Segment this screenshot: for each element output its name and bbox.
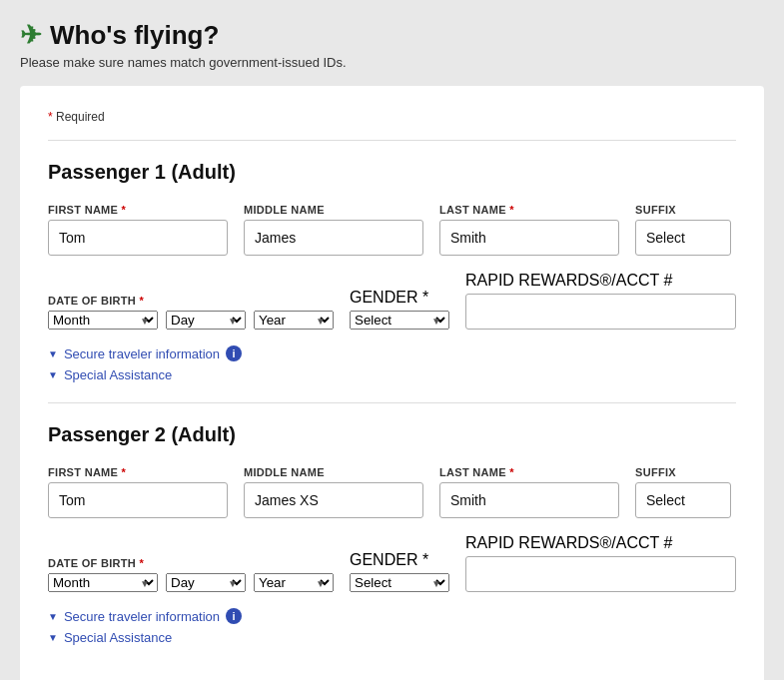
passenger2-firstname-input[interactable] <box>48 482 228 518</box>
passenger2-day-select[interactable]: Day 12 <box>166 573 246 592</box>
passenger2-month-wrapper: Month January February March <box>48 573 158 592</box>
passenger2-lastname-group: LAST NAME * <box>439 466 619 518</box>
passenger2-year-wrapper: Year 20001990 <box>254 573 334 592</box>
passenger1-title: Passenger 1 (Adult) <box>48 161 736 184</box>
passenger2-suffix-label: SUFFIX <box>635 466 731 478</box>
passenger2-month-select[interactable]: Month January February March <box>48 573 158 592</box>
passenger1-suffix-select[interactable]: Select Jr. Sr. II III <box>635 220 731 256</box>
passenger1-gender-wrapper: Select Male Female <box>350 311 449 330</box>
passenger2-rapid-label: RAPID REWARDS®/ACCT # <box>465 534 736 552</box>
passenger2-suffix-group: SUFFIX Select Jr. Sr. II III <box>635 466 731 518</box>
form-card: * Required Passenger 1 (Adult) FIRST NAM… <box>20 86 764 680</box>
passenger2-rapid-input[interactable] <box>465 556 736 592</box>
passenger2-name-row: FIRST NAME * MIDDLE NAME LAST NAME * SUF… <box>48 466 736 518</box>
passenger1-dob-row: DATE OF BIRTH * Month January February M… <box>48 272 736 330</box>
passenger2-gender-group: GENDER * Select Male Female <box>350 551 449 592</box>
passenger2-dob-row: DATE OF BIRTH * Month January February M… <box>48 534 736 592</box>
passenger2-firstname-label: FIRST NAME * <box>48 466 228 478</box>
passenger1-special-assistance-link[interactable]: ▼ Special Assistance <box>48 367 736 382</box>
passenger1-secure-traveler-link[interactable]: ▼ Secure traveler information i <box>48 345 736 361</box>
passenger2-middlename-label: MIDDLE NAME <box>244 466 423 478</box>
passenger1-dob-label: DATE OF BIRTH * <box>48 295 334 307</box>
passenger1-suffix-wrapper: Select Jr. Sr. II III <box>635 220 731 256</box>
passenger1-rapid-input[interactable] <box>465 294 736 330</box>
passenger1-middlename-label: MIDDLE NAME <box>244 204 423 216</box>
passenger1-collapse-links: ▼ Secure traveler information i ▼ Specia… <box>48 345 736 382</box>
passenger2-section: Passenger 2 (Adult) FIRST NAME * MIDDLE … <box>48 402 736 645</box>
passenger1-suffix-group: SUFFIX Select Jr. Sr. II III <box>635 204 731 256</box>
passenger1-suffix-label: SUFFIX <box>635 204 731 216</box>
page-subtitle: Please make sure names match government-… <box>20 55 764 70</box>
passenger1-year-wrapper: Year 200019901980 <box>254 311 334 330</box>
passenger2-gender-label: GENDER * <box>350 551 449 569</box>
page-header: ✈ Who's flying? Please make sure names m… <box>20 20 764 70</box>
passenger1-rapid-label: RAPID REWARDS®/ACCT # <box>465 272 736 290</box>
passenger2-secure-chevron-icon: ▼ <box>48 611 58 622</box>
passenger2-middlename-input[interactable] <box>244 482 423 518</box>
passenger2-rapid-group: RAPID REWARDS®/ACCT # <box>465 534 736 592</box>
passenger2-year-select[interactable]: Year 20001990 <box>254 573 334 592</box>
passenger1-dob-inputs: Month January February March April May J… <box>48 311 334 330</box>
passenger1-name-row: FIRST NAME * MIDDLE NAME LAST NAME * SUF… <box>48 204 736 256</box>
passenger1-info-icon[interactable]: i <box>226 345 242 361</box>
passenger2-title: Passenger 2 (Adult) <box>48 423 736 446</box>
passenger1-dob-group: DATE OF BIRTH * Month January February M… <box>48 295 334 330</box>
passenger1-middlename-input[interactable] <box>244 220 423 256</box>
passenger2-lastname-label: LAST NAME * <box>439 466 619 478</box>
passenger2-special-assistance-link[interactable]: ▼ Special Assistance <box>48 630 736 645</box>
passenger1-month-wrapper: Month January February March April May J… <box>48 311 158 330</box>
passenger1-secure-chevron-icon: ▼ <box>48 348 58 359</box>
passenger2-suffix-select[interactable]: Select Jr. Sr. II III <box>635 482 731 518</box>
page-title: ✈ Who's flying? <box>20 20 764 51</box>
passenger2-lastname-input[interactable] <box>439 482 619 518</box>
passenger1-lastname-label: LAST NAME * <box>439 204 619 216</box>
passenger1-lastname-group: LAST NAME * <box>439 204 619 256</box>
passenger2-firstname-group: FIRST NAME * <box>48 466 228 518</box>
passenger1-day-wrapper: Day 123 <box>166 311 246 330</box>
passenger2-info-icon[interactable]: i <box>226 608 242 624</box>
passenger2-dob-label: DATE OF BIRTH * <box>48 557 334 569</box>
passenger1-gender-group: GENDER * Select Male Female <box>350 289 449 330</box>
passenger1-gender-label: GENDER * <box>350 289 449 307</box>
passenger2-dob-group: DATE OF BIRTH * Month January February M… <box>48 557 334 592</box>
passenger2-gender-select[interactable]: Select Male Female <box>350 573 449 592</box>
passenger2-assistance-chevron-icon: ▼ <box>48 632 58 643</box>
passenger1-year-select[interactable]: Year 200019901980 <box>254 311 334 330</box>
passenger1-firstname-input[interactable] <box>48 220 228 256</box>
passenger2-suffix-wrapper: Select Jr. Sr. II III <box>635 482 731 518</box>
passenger1-gender-select[interactable]: Select Male Female <box>350 311 449 330</box>
plane-icon: ✈ <box>20 20 42 51</box>
passenger1-middlename-group: MIDDLE NAME <box>244 204 423 256</box>
passenger1-rapid-group: RAPID REWARDS®/ACCT # <box>465 272 736 330</box>
passenger2-middlename-group: MIDDLE NAME <box>244 466 423 518</box>
passenger1-lastname-input[interactable] <box>439 220 619 256</box>
passenger1-day-select[interactable]: Day 123 <box>166 311 246 330</box>
passenger1-firstname-label: FIRST NAME * <box>48 204 228 216</box>
passenger1-firstname-group: FIRST NAME * <box>48 204 228 256</box>
passenger2-day-wrapper: Day 12 <box>166 573 246 592</box>
passenger2-dob-inputs: Month January February March Day 12 <box>48 573 334 592</box>
passenger1-section: Passenger 1 (Adult) FIRST NAME * MIDDLE … <box>48 140 736 382</box>
passenger2-collapse-links: ▼ Secure traveler information i ▼ Specia… <box>48 608 736 645</box>
passenger2-secure-traveler-link[interactable]: ▼ Secure traveler information i <box>48 608 736 624</box>
passenger1-assistance-chevron-icon: ▼ <box>48 369 58 380</box>
passenger2-gender-wrapper: Select Male Female <box>350 573 449 592</box>
required-note: * Required <box>48 110 736 124</box>
passenger1-month-select[interactable]: Month January February March April May J… <box>48 311 158 330</box>
